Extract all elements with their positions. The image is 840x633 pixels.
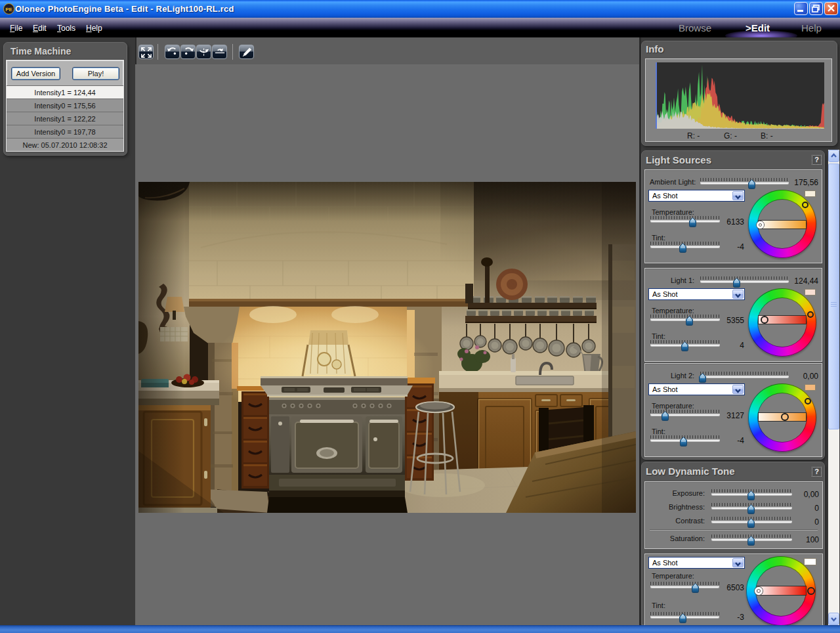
svg-text:PE: PE (5, 7, 12, 12)
